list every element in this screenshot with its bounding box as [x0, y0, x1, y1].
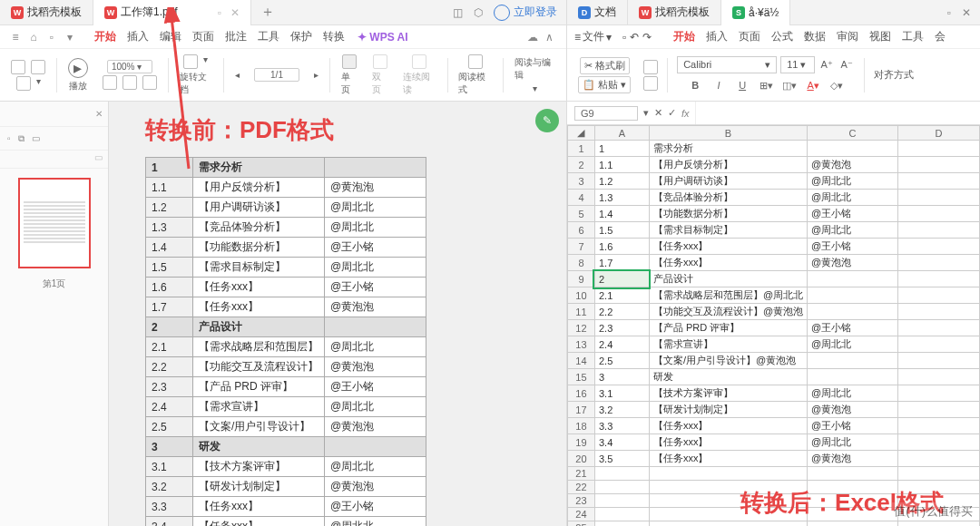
cell[interactable]: 【用户反馈分析】: [649, 157, 807, 173]
cell[interactable]: [898, 451, 980, 467]
cell[interactable]: @周北北: [808, 434, 898, 451]
row-header[interactable]: 4: [568, 190, 595, 206]
menu-item[interactable]: 视图: [864, 28, 897, 44]
italic-icon[interactable]: I: [710, 77, 727, 93]
border-icon[interactable]: ⊞▾: [758, 77, 774, 93]
dec-font-icon[interactable]: A⁻: [838, 56, 855, 73]
menu-item[interactable]: 工具: [897, 28, 929, 44]
column-header[interactable]: B: [649, 126, 807, 141]
cell[interactable]: 2.4: [594, 336, 649, 353]
cell[interactable]: @黄泡泡: [808, 451, 898, 467]
hand-icon[interactable]: [11, 60, 25, 74]
cell[interactable]: [898, 467, 980, 481]
single-page-icon[interactable]: [342, 54, 357, 69]
zoom-select[interactable]: 100% ▾: [107, 60, 152, 73]
cell[interactable]: 【任务xxx】: [649, 434, 807, 451]
cell[interactable]: @王小铭: [808, 418, 898, 434]
cell[interactable]: 【功能交互及流程设计】@黄泡泡: [649, 304, 807, 320]
cell[interactable]: [898, 173, 980, 190]
font-color-icon[interactable]: A▾: [805, 77, 821, 93]
page-indicator[interactable]: 1/1: [254, 68, 299, 82]
copy-icon[interactable]: [16, 76, 31, 91]
row-header[interactable]: 11: [568, 304, 595, 320]
fx-label[interactable]: fx: [681, 108, 690, 119]
row-header[interactable]: 14: [568, 353, 595, 369]
cell[interactable]: 【研发计划制定】: [649, 402, 807, 418]
cell[interactable]: 3: [594, 369, 649, 385]
tab-menu-icon[interactable]: ▫: [218, 6, 221, 19]
cell[interactable]: @王小铭: [808, 206, 898, 222]
inc-font-icon[interactable]: A⁺: [818, 56, 835, 73]
cell[interactable]: 2.1: [594, 287, 649, 304]
row-header[interactable]: 1: [568, 141, 595, 157]
cell[interactable]: 3.2: [594, 402, 649, 418]
cell[interactable]: 2.3: [594, 320, 649, 336]
menu-item[interactable]: 工具: [252, 28, 285, 44]
cell[interactable]: [898, 287, 980, 304]
page-icon[interactable]: ▫: [7, 133, 11, 143]
cell[interactable]: 1.3: [594, 190, 649, 206]
width-icon[interactable]: [142, 75, 157, 90]
row-header[interactable]: 9: [568, 271, 595, 287]
document-tab[interactable]: D文档: [567, 0, 628, 25]
cube-icon[interactable]: ◫: [453, 6, 463, 19]
cell[interactable]: 3.4: [594, 434, 649, 451]
menu-item[interactable]: 编辑: [154, 28, 187, 44]
cell[interactable]: [808, 521, 898, 527]
cell[interactable]: @周北北: [808, 336, 898, 353]
document-tab[interactable]: W找稻壳模板: [0, 0, 93, 25]
cell[interactable]: 【任务xxx】: [649, 418, 807, 434]
cell-reference[interactable]: G9: [574, 106, 638, 121]
cont-icon[interactable]: [412, 54, 426, 69]
close-icon[interactable]: ✕: [95, 109, 103, 119]
new-tab-button[interactable]: ＋: [251, 3, 284, 22]
cell[interactable]: [898, 385, 980, 402]
menu-item[interactable]: 页面: [733, 28, 766, 44]
chevron-down-icon[interactable]: ▾: [203, 54, 208, 69]
select-icon[interactable]: [31, 60, 45, 74]
menu-item[interactable]: 公式: [766, 28, 799, 44]
cell[interactable]: 1: [594, 141, 649, 157]
cell[interactable]: 【技术方案评审】: [649, 385, 807, 402]
cell[interactable]: [898, 320, 980, 336]
save-icon[interactable]: ▫: [622, 31, 626, 44]
cell[interactable]: [649, 467, 807, 481]
spreadsheet[interactable]: ◢ABCD11需求分析21.1【用户反馈分析】@黄泡泡31.2【用户调研访谈】@…: [567, 125, 980, 526]
crop-icon[interactable]: [122, 75, 137, 90]
corner-cell[interactable]: ◢: [568, 126, 595, 141]
chevron-down-icon[interactable]: ▾: [533, 83, 537, 93]
cell[interactable]: 【任务xxx】: [649, 239, 807, 255]
cell[interactable]: [898, 157, 980, 173]
cell[interactable]: [808, 369, 898, 385]
chevron-down-icon[interactable]: ▾: [36, 76, 41, 91]
column-header[interactable]: A: [594, 126, 649, 141]
confirm-icon[interactable]: ✓: [668, 107, 676, 119]
cell[interactable]: 1.4: [594, 206, 649, 222]
cell[interactable]: @周北北: [808, 385, 898, 402]
cell[interactable]: @王小铭: [808, 239, 898, 255]
row-header[interactable]: 18: [568, 418, 595, 434]
cell[interactable]: 【任务xxx】: [649, 255, 807, 271]
menu-item[interactable]: 开始: [668, 28, 701, 44]
cell[interactable]: [808, 141, 898, 157]
row-header[interactable]: 6: [568, 222, 595, 239]
login-link[interactable]: 立即登录: [494, 5, 557, 21]
cell[interactable]: [898, 434, 980, 451]
size-select[interactable]: 11 ▾: [780, 56, 815, 73]
next-icon[interactable]: ▸: [314, 70, 318, 80]
cell[interactable]: [898, 239, 980, 255]
cell[interactable]: 【产品 PRD 评审】: [649, 320, 807, 336]
column-header[interactable]: D: [898, 126, 980, 141]
cancel-icon[interactable]: ✕: [654, 107, 662, 119]
cell[interactable]: [808, 287, 898, 304]
rotate-icon[interactable]: [183, 54, 198, 69]
row-header[interactable]: 19: [568, 434, 595, 451]
cell[interactable]: [898, 206, 980, 222]
row-header[interactable]: 3: [568, 173, 595, 190]
cell[interactable]: @黄泡泡: [808, 255, 898, 271]
row-header[interactable]: 25: [568, 521, 595, 527]
cell[interactable]: [594, 508, 649, 521]
cut-icon[interactable]: [643, 60, 658, 74]
close-icon[interactable]: ✕: [230, 6, 240, 19]
format-brush[interactable]: ✂ 格式刷: [580, 57, 630, 74]
